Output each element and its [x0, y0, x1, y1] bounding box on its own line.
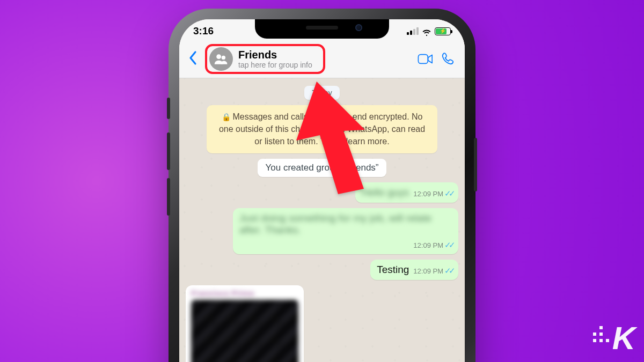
- sender-name: Francisco Primo: [191, 289, 299, 298]
- incoming-message[interactable]: Francisco Primo: [186, 285, 304, 362]
- chat-title-area[interactable]: Friends tap here for group info: [205, 44, 325, 74]
- wifi-icon: [422, 27, 431, 35]
- volume-down-button: [167, 178, 170, 216]
- battery-charging-icon: ⚡: [435, 27, 451, 35]
- read-ticks-icon: ✓✓: [444, 266, 453, 275]
- svg-point-0: [216, 54, 221, 59]
- message-text: Just doing something for my job, will re…: [239, 212, 453, 236]
- outgoing-message[interactable]: Testing 12:09 PM✓✓: [370, 260, 458, 280]
- encryption-notice[interactable]: 🔒Messages and calls are end-to-end encry…: [207, 105, 437, 153]
- group-avatar-icon: [209, 47, 233, 71]
- mute-switch: [167, 98, 170, 119]
- chat-scroll-area[interactable]: Today 🔒Messages and calls are end-to-end…: [179, 78, 465, 362]
- voice-call-button[interactable]: [439, 51, 457, 67]
- phone-screen: 3:16 ⚡: [179, 19, 465, 362]
- date-separator: Today: [304, 86, 339, 100]
- notch: [255, 19, 389, 39]
- chat-header: Friends tap here for group info: [179, 43, 465, 78]
- cellular-signal-icon: [407, 27, 419, 35]
- message-text: Testing: [377, 264, 409, 276]
- svg-rect-2: [418, 54, 428, 63]
- system-message: You created group “Friends”: [258, 159, 386, 177]
- chat-title: Friends: [238, 49, 312, 61]
- back-button[interactable]: [185, 50, 201, 68]
- message-time: 12:09 PM: [413, 267, 443, 275]
- video-call-button[interactable]: [416, 51, 435, 67]
- volume-up-button: [167, 132, 170, 170]
- status-time: 3:16: [193, 25, 214, 37]
- message-time: 12:09 PM: [413, 241, 443, 249]
- power-button: [474, 138, 477, 191]
- phone-frame: 3:16 ⚡: [172, 12, 472, 362]
- read-ticks-icon: ✓✓: [444, 240, 453, 249]
- svg-point-1: [222, 55, 225, 59]
- outgoing-message[interactable]: Just doing something for my job, will re…: [233, 208, 458, 254]
- encryption-text: Messages and calls are end-to-end encryp…: [219, 112, 425, 146]
- outgoing-message[interactable]: Hello guys 12:09 PM✓✓: [355, 182, 458, 203]
- lock-icon: 🔒: [222, 113, 231, 121]
- message-time: 12:09 PM: [413, 190, 443, 198]
- read-ticks-icon: ✓✓: [444, 189, 453, 198]
- image-attachment[interactable]: [191, 300, 298, 362]
- watermark-logo: K: [612, 320, 634, 357]
- message-text: Hello guys: [362, 187, 409, 198]
- chat-subtitle: tap here for group info: [238, 61, 312, 69]
